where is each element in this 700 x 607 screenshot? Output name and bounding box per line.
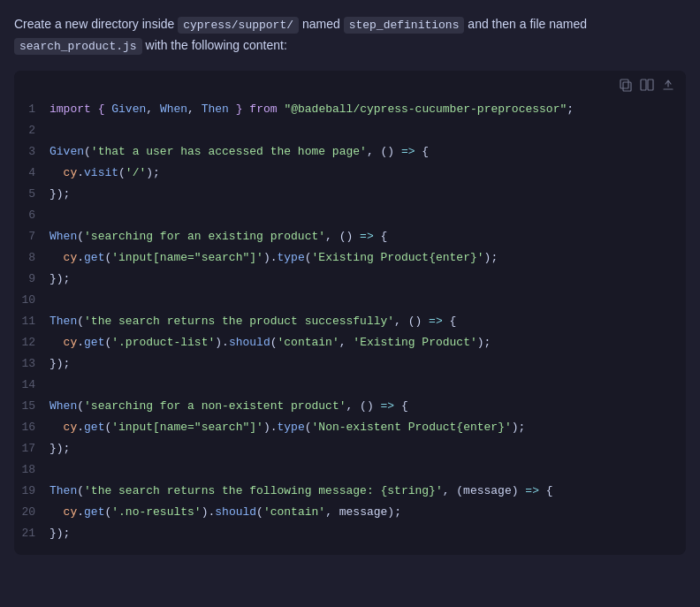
code-line: 14 (14, 375, 686, 396)
intro-text-after: and then a file named (468, 17, 587, 31)
code-line: 15 When('searching for a non-existent pr… (14, 396, 686, 417)
code-line: 13 }); (14, 353, 686, 375)
intro-paragraph: Create a new directory inside cypress/su… (14, 14, 686, 57)
code-line: 16 cy.get('input[name="search"]').type('… (14, 417, 686, 438)
code-line: 2 (14, 120, 686, 141)
code-line: 12 cy.get('.product-list').should('conta… (14, 332, 686, 353)
copy-icon[interactable] (619, 78, 633, 92)
intro-path2: step_definitions (344, 17, 465, 34)
code-area: 1 import { Given, When, Then } from "@ba… (14, 99, 686, 555)
code-line: 8 cy.get('input[name="search"]').type('E… (14, 247, 686, 269)
split-icon[interactable] (640, 78, 654, 92)
code-line: 17 }); (14, 438, 686, 459)
code-line: 20 cy.get('.no-results').should('contain… (14, 502, 686, 523)
intro-path1: cypress/support/ (178, 17, 299, 34)
code-line: 5 }); (14, 184, 686, 205)
code-line: 3 Given('that a user has accessed the ho… (14, 141, 686, 163)
code-line: 7 When('searching for an existing produc… (14, 226, 686, 247)
intro-text-end: with the following content: (146, 38, 287, 52)
code-line: 6 (14, 205, 686, 226)
code-line: 1 import { Given, When, Then } from "@ba… (14, 99, 686, 120)
intro-text-middle: named (302, 17, 344, 31)
intro-filename: search_product.js (14, 38, 142, 55)
code-line: 10 (14, 290, 686, 311)
svg-rect-1 (620, 80, 628, 88)
intro-text-before: Create a new directory inside (14, 17, 178, 31)
export-icon[interactable] (661, 78, 675, 92)
code-line: 4 cy.visit('/'); (14, 163, 686, 184)
code-line: 19 Then('the search returns the followin… (14, 481, 686, 502)
svg-rect-0 (623, 82, 631, 91)
code-line: 9 }); (14, 269, 686, 290)
code-block: 1 import { Given, When, Then } from "@ba… (14, 71, 686, 555)
code-toolbar (14, 71, 686, 99)
code-line: 11 Then('the search returns the product … (14, 311, 686, 332)
svg-rect-3 (648, 80, 653, 90)
code-line: 21 }); (14, 523, 686, 544)
svg-rect-2 (641, 80, 646, 90)
code-line: 18 (14, 459, 686, 481)
